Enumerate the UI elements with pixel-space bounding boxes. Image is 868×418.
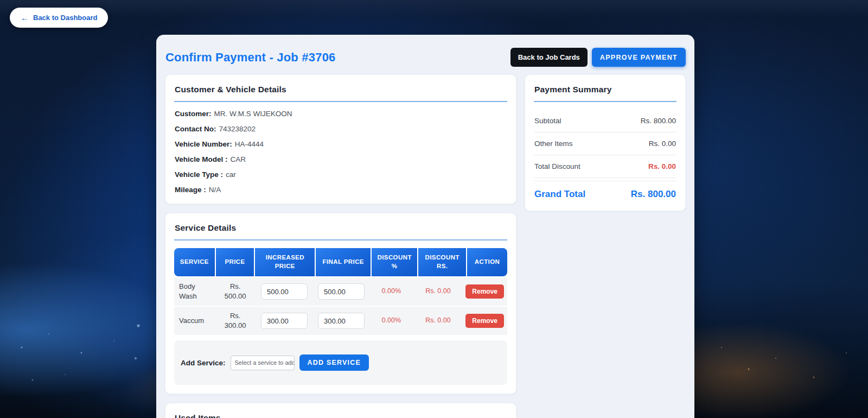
customer-field: Contact No:743238202 — [175, 125, 507, 133]
field-label: Customer: — [175, 110, 212, 118]
service-select-dropdown[interactable]: Select a service to add... — [231, 356, 295, 370]
used-items-heading: Used Items — [174, 411, 507, 418]
remove-service-button[interactable]: Remove — [465, 314, 504, 328]
header-buttons: Back to Job Cards APPROVE PAYMENT — [510, 48, 686, 67]
discount-rupees: Rs. 0.00 — [415, 283, 462, 300]
card-header: Confirm Payment - Job #3706 Back to Job … — [165, 48, 686, 67]
field-value: 743238202 — [219, 125, 256, 133]
field-value: car — [226, 170, 236, 179]
summary-value: Rs. 800.00 — [641, 117, 676, 125]
page-title: Confirm Payment - Job #3706 — [165, 50, 336, 65]
field-value: MR. W.M.S WIJEKOON — [214, 110, 292, 118]
customer-field: Customer:MR. W.M.S WIJEKOON — [175, 110, 507, 118]
field-label: Contact No: — [175, 125, 216, 133]
used-items-section: Used Items ITEM LABEL SELLING PRICE INCR… — [165, 403, 516, 418]
back-to-job-cards-button[interactable]: Back to Job Cards — [510, 48, 588, 67]
increased-price-input[interactable] — [261, 313, 308, 329]
field-label: Vehicle Type : — [175, 170, 223, 179]
customer-field: Vehicle Number:HA-4444 — [175, 140, 507, 148]
summary-row-total-discount: Total Discount Rs. 0.00 — [534, 155, 676, 178]
payment-summary-card: Payment Summary Subtotal Rs. 800.00 Othe… — [525, 74, 686, 211]
service-table-header: SERVICE PRICE INCREASED PRICE FINAL PRIC… — [174, 248, 507, 276]
field-label: Mileage : — [175, 186, 206, 194]
payment-summary-heading: Payment Summary — [534, 83, 676, 102]
field-value: N/A — [209, 186, 221, 194]
col-discount-rs: DISCOUNT RS. — [418, 248, 466, 276]
service-price: Rs. 300.00 — [216, 308, 254, 334]
service-name: Body Wash — [174, 278, 215, 305]
customer-field: Vehicle Model :CAR — [175, 155, 507, 163]
service-details-heading: Service Details — [174, 221, 507, 240]
customer-vehicle-details-section: Customer & Vehicle Details Customer:MR. … — [165, 74, 516, 204]
back-to-dashboard-button[interactable]: ← Back to Dashboard — [10, 8, 108, 28]
grand-total-label: Grand Total — [534, 189, 585, 200]
add-service-row: Add Service: Select a service to add... … — [174, 340, 507, 385]
summary-label: Total Discount — [534, 162, 580, 170]
col-increased-price: INCREASED PRICE — [255, 248, 315, 276]
customer-field: Mileage :N/A — [175, 186, 507, 194]
grand-total-value: Rs. 800.00 — [631, 189, 676, 200]
col-discount-pct: DISCOUNT % — [372, 248, 417, 276]
service-price: Rs. 500.00 — [216, 278, 254, 305]
add-service-label: Add Service: — [181, 359, 226, 367]
final-price-input[interactable] — [318, 313, 365, 329]
increased-price-input[interactable] — [261, 283, 308, 300]
service-row: Body Wash Rs. 500.00 0.00% Rs. 0.00 Remo… — [174, 277, 507, 306]
field-value: CAR — [231, 155, 246, 163]
field-value: HA-4444 — [235, 140, 264, 148]
service-row: Vaccum Rs. 300.00 0.00% Rs. 0.00 Remove — [174, 307, 507, 335]
summary-label: Subtotal — [534, 117, 561, 125]
service-name: Vaccum — [174, 313, 215, 329]
remove-service-button[interactable]: Remove — [465, 284, 504, 299]
field-label: Vehicle Model : — [175, 155, 228, 163]
field-label: Vehicle Number: — [175, 140, 232, 148]
discount-rupees: Rs. 0.00 — [415, 313, 462, 329]
final-price-input[interactable] — [318, 283, 365, 300]
back-to-dashboard-label: Back to Dashboard — [33, 14, 97, 22]
add-service-button[interactable]: ADD SERVICE — [299, 354, 369, 371]
approve-payment-button[interactable]: APPROVE PAYMENT — [592, 48, 686, 67]
summary-value: Rs. 0.00 — [648, 162, 676, 170]
col-price: PRICE — [216, 248, 254, 276]
discount-percent: 0.00% — [369, 313, 413, 329]
customer-field: Vehicle Type :car — [175, 170, 507, 179]
col-service: SERVICE — [174, 248, 215, 276]
customer-details-heading: Customer & Vehicle Details — [174, 83, 507, 102]
grand-total-row: Grand Total Rs. 800.00 — [534, 181, 676, 202]
back-arrow-icon: ← — [21, 14, 29, 22]
col-action: ACTION — [467, 248, 507, 276]
summary-label: Other Items — [534, 140, 573, 148]
confirm-payment-card: Confirm Payment - Job #3706 Back to Job … — [156, 35, 694, 418]
service-details-section: Service Details SERVICE PRICE INCREASED … — [165, 213, 516, 394]
summary-value: Rs. 0.00 — [649, 140, 676, 148]
col-final-price: FINAL PRICE — [316, 248, 371, 276]
discount-percent: 0.00% — [369, 283, 413, 300]
summary-row-subtotal: Subtotal Rs. 800.00 — [534, 110, 676, 132]
summary-row-other-items: Other Items Rs. 0.00 — [534, 132, 676, 155]
